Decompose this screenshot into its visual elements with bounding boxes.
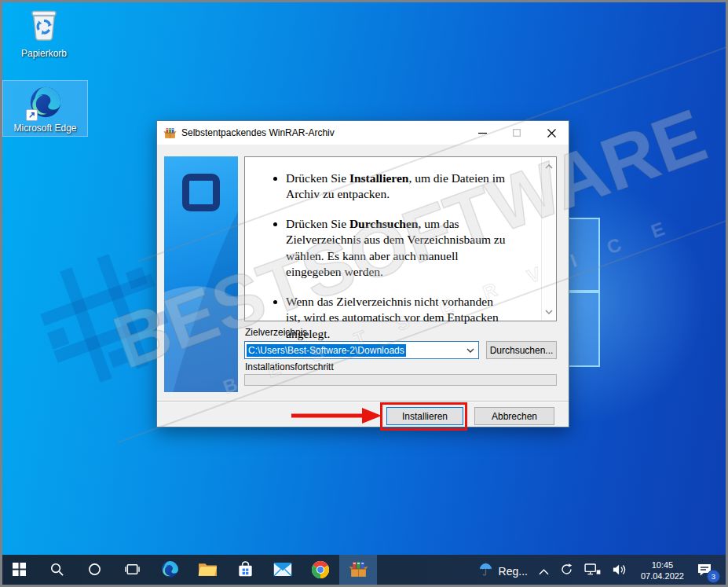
annotation-rectangle xyxy=(380,402,467,431)
action-center-button[interactable]: 3 xyxy=(691,555,722,587)
winrar-archive-icon xyxy=(163,127,177,140)
sync-icon xyxy=(560,563,573,579)
volume-tray-button[interactable] xyxy=(606,555,634,587)
winrar-sfx-dialog: Selbstentpackendes WinRAR-Archiv Drücken… xyxy=(156,120,569,427)
annotation-arrow xyxy=(287,404,383,427)
recycle-bin-icon xyxy=(26,6,62,46)
weather-label: Reg... xyxy=(499,565,528,578)
clock-date: 07.04.2022 xyxy=(641,571,684,582)
network-icon xyxy=(584,563,601,579)
task-view-icon xyxy=(125,562,140,580)
destination-combobox[interactable]: C:\Users\Best-Software-2\Downloads xyxy=(244,341,479,359)
taskbar-chrome-button[interactable] xyxy=(302,555,339,587)
edge-icon xyxy=(160,559,180,582)
taskbar-edge-button[interactable] xyxy=(151,555,188,587)
progress-bar xyxy=(244,374,557,386)
taskbar-search-button[interactable] xyxy=(38,555,75,587)
instructions-box: Drücken Sie Installieren, um die Dateien… xyxy=(244,156,557,321)
winrar-archive-icon xyxy=(349,559,368,582)
notification-badge: 3 xyxy=(707,570,720,583)
volume-icon xyxy=(612,563,628,579)
browse-button[interactable]: Durchsuchen... xyxy=(486,341,557,359)
progress-label: Installationsfortschritt xyxy=(245,361,334,372)
start-button[interactable] xyxy=(0,555,38,587)
show-hidden-icons-button[interactable] xyxy=(533,555,554,587)
network-tray-button[interactable] xyxy=(579,555,606,587)
umbrella-icon xyxy=(478,562,493,580)
cortana-icon xyxy=(88,563,101,579)
chevron-up-icon xyxy=(539,564,549,578)
clock-time: 10:45 xyxy=(652,560,674,571)
desktop-icon-recycle-bin[interactable]: Papierkorb xyxy=(9,6,79,59)
mail-icon xyxy=(273,562,292,580)
desktop-icon-label: Papierkorb xyxy=(21,48,67,59)
destination-path-value: C:\Users\Best-Software-2\Downloads xyxy=(247,344,406,357)
tray-clock[interactable]: 10:45 07.04.2022 xyxy=(634,555,691,587)
dialog-title: Selbstentpackendes WinRAR-Archiv xyxy=(181,127,465,138)
taskbar-winrar-button[interactable] xyxy=(339,555,377,587)
instructions-list: Drücken Sie Installieren, um die Dateien… xyxy=(245,171,556,342)
taskbar-explorer-button[interactable] xyxy=(188,555,226,587)
chrome-icon xyxy=(311,560,330,582)
minimize-button[interactable] xyxy=(465,121,499,145)
task-view-button[interactable] xyxy=(113,555,151,587)
desktop-icon-label: Microsoft Edge xyxy=(13,123,76,134)
maximize-button[interactable] xyxy=(499,121,534,145)
taskbar-mail-button[interactable] xyxy=(264,555,302,587)
list-item: Drücken Sie Durchsuchen, um das Zielverz… xyxy=(286,216,507,281)
list-item: Wenn das Zielverzeichnis nicht vorhanden… xyxy=(286,294,507,342)
chevron-down-icon[interactable] xyxy=(463,348,478,353)
scroll-up-icon[interactable] xyxy=(542,160,555,173)
taskbar-store-button[interactable] xyxy=(226,555,264,587)
edge-icon xyxy=(27,84,64,120)
desktop-icon-edge[interactable]: Microsoft Edge xyxy=(2,80,88,137)
weather-tray-button[interactable]: Reg... xyxy=(473,555,533,587)
sfx-logo-icon xyxy=(182,174,220,211)
dialog-side-banner xyxy=(164,156,238,392)
file-explorer-icon xyxy=(198,561,218,581)
close-button[interactable] xyxy=(534,121,569,145)
microsoft-store-icon xyxy=(236,560,254,581)
desktop: Papierkorb Microsoft Edge xyxy=(0,0,728,587)
list-item: Drücken Sie Installieren, um die Dateien… xyxy=(286,171,507,203)
destination-label: Zielverzeichnis xyxy=(245,327,307,338)
windows-logo-icon xyxy=(13,563,26,579)
search-icon xyxy=(49,562,64,580)
shortcut-arrow-icon xyxy=(26,109,38,121)
sync-tray-button[interactable] xyxy=(554,555,579,587)
separator xyxy=(157,401,569,402)
taskbar: Reg... xyxy=(0,555,728,587)
scroll-down-icon[interactable] xyxy=(542,305,555,318)
cancel-button[interactable]: Abbrechen xyxy=(474,407,554,425)
cortana-button[interactable] xyxy=(75,555,113,587)
dialog-titlebar[interactable]: Selbstentpackendes WinRAR-Archiv xyxy=(157,121,569,145)
scrollbar[interactable] xyxy=(541,158,555,320)
